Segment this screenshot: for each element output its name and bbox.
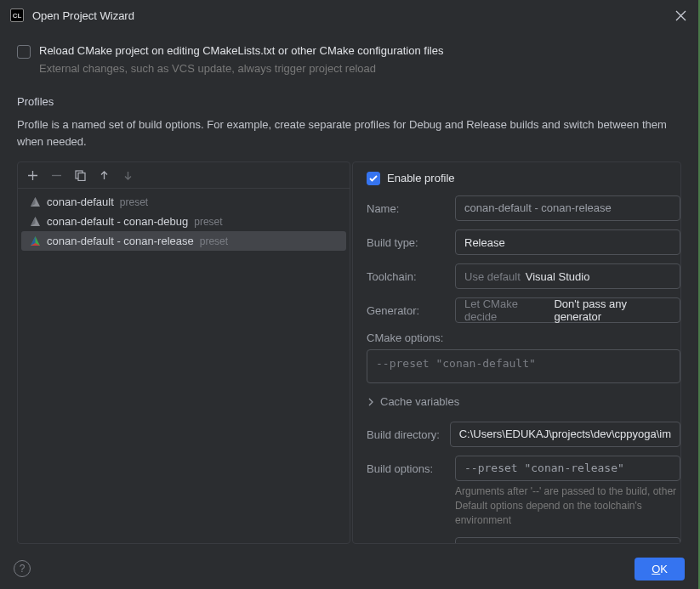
cmake-triangle-icon [30,216,41,227]
environment-input[interactable]: Environment variables [455,537,680,544]
reload-cmake-sublabel: External changes, such as VCS update, al… [39,62,681,75]
cache-variables-toggle[interactable]: Cache variables [367,395,680,408]
cmake-triangle-icon [30,235,41,246]
cmake-options-label: CMake options: [367,331,680,344]
profile-item[interactable]: conan-default - conan-release preset [21,231,346,251]
buildopts-hint: Arguments after '--' are passed to the b… [455,484,680,527]
close-button[interactable] [673,8,688,23]
buildopts-label: Build options: [367,462,455,475]
toolchain-label: Toolchain: [367,270,455,283]
profile-item[interactable]: conan-default - conan-debug preset [21,212,346,231]
enable-profile-label: Enable profile [387,172,455,184]
profile-name: conan-default [47,195,114,208]
ok-button[interactable]: OK [635,558,685,581]
builddir-input[interactable]: C:\Users\EDUKAJ\projects\dev\cppyoga\im [450,422,680,447]
titlebar: CL Open Project Wizard [0,0,698,31]
copy-profile-button[interactable] [72,167,88,183]
toolchain-value: Visual Studio [526,270,590,283]
buildtype-label: Build type: [367,236,455,249]
profile-details-panel: Enable profile Name: conan-default - con… [352,161,681,544]
name-label: Name: [367,202,455,215]
preset-tag: preset [120,196,148,208]
buildopts-input[interactable]: --preset "conan-release" [455,456,680,481]
add-profile-button[interactable] [25,167,40,183]
profile-name: conan-default - conan-debug [47,215,188,228]
profiles-list-panel: conan-default preset conan-default - con… [17,161,350,544]
reload-cmake-label: Reload CMake project on editing CMakeLis… [39,44,443,57]
app-logo-icon: CL [10,8,24,22]
generator-value: Don't pass any generator [554,297,671,323]
profile-item[interactable]: conan-default preset [21,192,346,212]
buildtype-select[interactable]: Release [455,229,680,255]
profiles-heading: Profiles [17,95,681,108]
remove-profile-button[interactable] [48,167,64,183]
toolchain-default-hint: Use default [464,270,521,283]
generator-label: Generator: [367,304,455,317]
cmake-options-input[interactable]: --preset "conan-default" [367,349,680,383]
cache-variables-label: Cache variables [380,395,459,408]
preset-tag: preset [194,216,222,228]
window-title: Open Project Wizard [32,9,673,22]
generator-default-hint: Let CMake decide [464,297,549,323]
profile-name: conan-default - conan-release [47,235,194,247]
profiles-toolbar [18,162,350,189]
preset-tag: preset [200,235,228,247]
enable-profile-checkbox[interactable] [367,172,380,185]
chevron-right-icon [367,398,375,406]
close-icon [675,10,686,21]
profile-list: conan-default preset conan-default - con… [18,189,350,543]
svg-rect-1 [78,173,85,180]
builddir-label: Build directory: [367,428,450,441]
profiles-description: Profile is a named set of build options.… [17,116,681,150]
cmake-triangle-icon [30,196,41,207]
buildtype-value: Release [464,236,505,249]
generator-select[interactable]: Let CMake decide Don't pass any generato… [455,297,680,323]
move-down-button[interactable] [120,167,135,183]
help-button[interactable]: ? [14,560,31,577]
toolchain-select[interactable]: Use default Visual Studio [455,263,680,289]
move-up-button[interactable] [96,167,111,183]
reload-cmake-checkbox[interactable] [17,45,31,59]
footer: ? OK [0,548,698,589]
name-input[interactable]: conan-default - conan-release [455,195,680,221]
